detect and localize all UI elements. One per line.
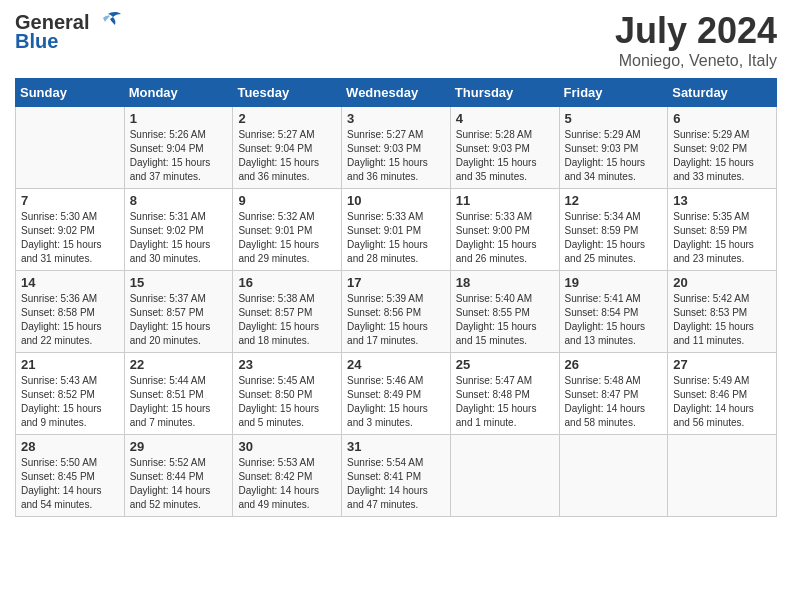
calendar-cell: 5Sunrise: 5:29 AM Sunset: 9:03 PM Daylig… — [559, 107, 668, 189]
calendar-cell: 22Sunrise: 5:44 AM Sunset: 8:51 PM Dayli… — [124, 353, 233, 435]
day-number: 3 — [347, 111, 445, 126]
calendar-week-row: 7Sunrise: 5:30 AM Sunset: 9:02 PM Daylig… — [16, 189, 777, 271]
calendar-cell: 23Sunrise: 5:45 AM Sunset: 8:50 PM Dayli… — [233, 353, 342, 435]
calendar-cell — [16, 107, 125, 189]
calendar-cell: 25Sunrise: 5:47 AM Sunset: 8:48 PM Dayli… — [450, 353, 559, 435]
day-info: Sunrise: 5:33 AM Sunset: 9:01 PM Dayligh… — [347, 210, 445, 266]
calendar-week-row: 1Sunrise: 5:26 AM Sunset: 9:04 PM Daylig… — [16, 107, 777, 189]
day-info: Sunrise: 5:52 AM Sunset: 8:44 PM Dayligh… — [130, 456, 228, 512]
day-number: 9 — [238, 193, 336, 208]
calendar-cell: 12Sunrise: 5:34 AM Sunset: 8:59 PM Dayli… — [559, 189, 668, 271]
day-info: Sunrise: 5:40 AM Sunset: 8:55 PM Dayligh… — [456, 292, 554, 348]
weekday-header: Wednesday — [342, 79, 451, 107]
day-info: Sunrise: 5:46 AM Sunset: 8:49 PM Dayligh… — [347, 374, 445, 430]
day-number: 5 — [565, 111, 663, 126]
weekday-header: Thursday — [450, 79, 559, 107]
day-number: 20 — [673, 275, 771, 290]
calendar-body: 1Sunrise: 5:26 AM Sunset: 9:04 PM Daylig… — [16, 107, 777, 517]
day-info: Sunrise: 5:29 AM Sunset: 9:02 PM Dayligh… — [673, 128, 771, 184]
calendar-cell: 1Sunrise: 5:26 AM Sunset: 9:04 PM Daylig… — [124, 107, 233, 189]
calendar-cell: 26Sunrise: 5:48 AM Sunset: 8:47 PM Dayli… — [559, 353, 668, 435]
day-number: 29 — [130, 439, 228, 454]
day-number: 31 — [347, 439, 445, 454]
calendar-cell: 13Sunrise: 5:35 AM Sunset: 8:59 PM Dayli… — [668, 189, 777, 271]
day-number: 2 — [238, 111, 336, 126]
day-number: 23 — [238, 357, 336, 372]
calendar-cell: 15Sunrise: 5:37 AM Sunset: 8:57 PM Dayli… — [124, 271, 233, 353]
day-info: Sunrise: 5:35 AM Sunset: 8:59 PM Dayligh… — [673, 210, 771, 266]
calendar-cell: 6Sunrise: 5:29 AM Sunset: 9:02 PM Daylig… — [668, 107, 777, 189]
day-number: 19 — [565, 275, 663, 290]
weekday-header: Sunday — [16, 79, 125, 107]
day-number: 25 — [456, 357, 554, 372]
day-info: Sunrise: 5:44 AM Sunset: 8:51 PM Dayligh… — [130, 374, 228, 430]
day-info: Sunrise: 5:39 AM Sunset: 8:56 PM Dayligh… — [347, 292, 445, 348]
calendar-header: SundayMondayTuesdayWednesdayThursdayFrid… — [16, 79, 777, 107]
calendar-cell — [450, 435, 559, 517]
location-title: Moniego, Veneto, Italy — [615, 52, 777, 70]
day-info: Sunrise: 5:27 AM Sunset: 9:04 PM Dayligh… — [238, 128, 336, 184]
day-number: 21 — [21, 357, 119, 372]
day-number: 8 — [130, 193, 228, 208]
calendar-cell: 31Sunrise: 5:54 AM Sunset: 8:41 PM Dayli… — [342, 435, 451, 517]
calendar-cell — [668, 435, 777, 517]
calendar-cell: 29Sunrise: 5:52 AM Sunset: 8:44 PM Dayli… — [124, 435, 233, 517]
logo: General Blue — [15, 10, 123, 53]
calendar-cell: 11Sunrise: 5:33 AM Sunset: 9:00 PM Dayli… — [450, 189, 559, 271]
day-info: Sunrise: 5:38 AM Sunset: 8:57 PM Dayligh… — [238, 292, 336, 348]
day-info: Sunrise: 5:32 AM Sunset: 9:01 PM Dayligh… — [238, 210, 336, 266]
day-info: Sunrise: 5:28 AM Sunset: 9:03 PM Dayligh… — [456, 128, 554, 184]
calendar-cell: 18Sunrise: 5:40 AM Sunset: 8:55 PM Dayli… — [450, 271, 559, 353]
calendar-cell: 30Sunrise: 5:53 AM Sunset: 8:42 PM Dayli… — [233, 435, 342, 517]
calendar-cell: 9Sunrise: 5:32 AM Sunset: 9:01 PM Daylig… — [233, 189, 342, 271]
day-number: 18 — [456, 275, 554, 290]
calendar-cell: 7Sunrise: 5:30 AM Sunset: 9:02 PM Daylig… — [16, 189, 125, 271]
day-info: Sunrise: 5:26 AM Sunset: 9:04 PM Dayligh… — [130, 128, 228, 184]
day-number: 22 — [130, 357, 228, 372]
calendar-cell: 28Sunrise: 5:50 AM Sunset: 8:45 PM Dayli… — [16, 435, 125, 517]
weekday-header: Tuesday — [233, 79, 342, 107]
calendar-cell: 19Sunrise: 5:41 AM Sunset: 8:54 PM Dayli… — [559, 271, 668, 353]
day-info: Sunrise: 5:30 AM Sunset: 9:02 PM Dayligh… — [21, 210, 119, 266]
calendar-cell: 16Sunrise: 5:38 AM Sunset: 8:57 PM Dayli… — [233, 271, 342, 353]
day-info: Sunrise: 5:42 AM Sunset: 8:53 PM Dayligh… — [673, 292, 771, 348]
logo-blue-text: Blue — [15, 30, 58, 53]
day-number: 4 — [456, 111, 554, 126]
calendar-cell: 2Sunrise: 5:27 AM Sunset: 9:04 PM Daylig… — [233, 107, 342, 189]
day-info: Sunrise: 5:54 AM Sunset: 8:41 PM Dayligh… — [347, 456, 445, 512]
day-info: Sunrise: 5:41 AM Sunset: 8:54 PM Dayligh… — [565, 292, 663, 348]
month-title: July 2024 — [615, 10, 777, 52]
calendar-cell: 8Sunrise: 5:31 AM Sunset: 9:02 PM Daylig… — [124, 189, 233, 271]
day-number: 11 — [456, 193, 554, 208]
calendar-cell: 10Sunrise: 5:33 AM Sunset: 9:01 PM Dayli… — [342, 189, 451, 271]
calendar-cell — [559, 435, 668, 517]
day-info: Sunrise: 5:48 AM Sunset: 8:47 PM Dayligh… — [565, 374, 663, 430]
day-number: 12 — [565, 193, 663, 208]
day-number: 30 — [238, 439, 336, 454]
calendar-cell: 27Sunrise: 5:49 AM Sunset: 8:46 PM Dayli… — [668, 353, 777, 435]
weekday-header: Saturday — [668, 79, 777, 107]
day-number: 13 — [673, 193, 771, 208]
day-info: Sunrise: 5:27 AM Sunset: 9:03 PM Dayligh… — [347, 128, 445, 184]
calendar-cell: 4Sunrise: 5:28 AM Sunset: 9:03 PM Daylig… — [450, 107, 559, 189]
day-info: Sunrise: 5:47 AM Sunset: 8:48 PM Dayligh… — [456, 374, 554, 430]
day-info: Sunrise: 5:50 AM Sunset: 8:45 PM Dayligh… — [21, 456, 119, 512]
day-info: Sunrise: 5:37 AM Sunset: 8:57 PM Dayligh… — [130, 292, 228, 348]
day-number: 24 — [347, 357, 445, 372]
day-info: Sunrise: 5:49 AM Sunset: 8:46 PM Dayligh… — [673, 374, 771, 430]
day-info: Sunrise: 5:34 AM Sunset: 8:59 PM Dayligh… — [565, 210, 663, 266]
calendar-cell: 3Sunrise: 5:27 AM Sunset: 9:03 PM Daylig… — [342, 107, 451, 189]
weekday-header: Friday — [559, 79, 668, 107]
day-number: 15 — [130, 275, 228, 290]
day-info: Sunrise: 5:43 AM Sunset: 8:52 PM Dayligh… — [21, 374, 119, 430]
day-number: 1 — [130, 111, 228, 126]
day-info: Sunrise: 5:31 AM Sunset: 9:02 PM Dayligh… — [130, 210, 228, 266]
calendar-cell: 17Sunrise: 5:39 AM Sunset: 8:56 PM Dayli… — [342, 271, 451, 353]
calendar-cell: 21Sunrise: 5:43 AM Sunset: 8:52 PM Dayli… — [16, 353, 125, 435]
day-number: 28 — [21, 439, 119, 454]
day-number: 27 — [673, 357, 771, 372]
day-number: 26 — [565, 357, 663, 372]
calendar-cell: 24Sunrise: 5:46 AM Sunset: 8:49 PM Dayli… — [342, 353, 451, 435]
calendar-week-row: 28Sunrise: 5:50 AM Sunset: 8:45 PM Dayli… — [16, 435, 777, 517]
logo-bird-icon — [93, 10, 123, 34]
